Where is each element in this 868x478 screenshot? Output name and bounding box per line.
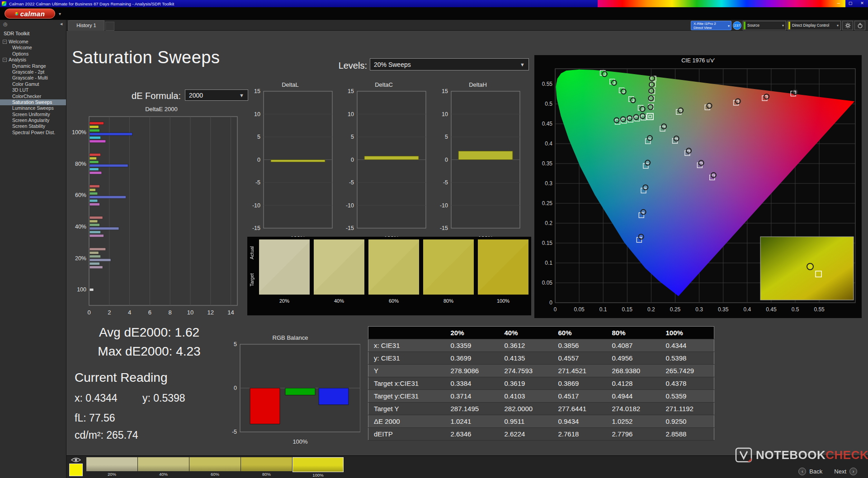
sidebar-item-label: Luminance Sweeps bbox=[12, 105, 54, 111]
levels-dropdown[interactable]: 20% Sweeps ▼ bbox=[370, 58, 529, 70]
patch-strip-100%[interactable]: 100% bbox=[292, 457, 344, 478]
svg-text:10: 10 bbox=[254, 111, 260, 117]
source-dropdown[interactable]: Source ▾ bbox=[743, 21, 786, 30]
cie-measured-magenta bbox=[711, 173, 716, 178]
cie-measured-magenta bbox=[699, 160, 704, 165]
table-cell: 0.3869 bbox=[553, 377, 607, 390]
sdr-tree: −WelcomeWelcomeOptions−AnalysisDynamic R… bbox=[0, 39, 66, 136]
cie-measured-magenta bbox=[661, 124, 666, 129]
next-arrow-icon: › bbox=[849, 468, 857, 475]
next-button[interactable]: Next › bbox=[834, 468, 857, 475]
sidebar-item-saturation-sweeps[interactable]: Saturation Sweeps bbox=[0, 99, 66, 105]
cie-measured-red bbox=[736, 98, 741, 103]
menubar: calman ▾ bbox=[0, 7, 868, 20]
close-button[interactable]: ✕ bbox=[856, 0, 868, 7]
swatch-label: 100% bbox=[478, 298, 528, 304]
sidebar: ◎ ◄ SDR Toolkit −WelcomeWelcomeOptions−A… bbox=[0, 20, 66, 478]
sidebar-item-dynamic-range[interactable]: Dynamic Range bbox=[0, 63, 66, 69]
patch-strip-40%[interactable]: 40% bbox=[138, 457, 189, 478]
table-row: Y278.9086274.7593271.4521268.9380265.742… bbox=[368, 365, 714, 377]
table-cell: 0.4557 bbox=[553, 352, 607, 365]
swatch-label: 80% bbox=[423, 298, 474, 304]
deltae-bar bbox=[90, 216, 103, 219]
cie-measured-green bbox=[602, 72, 607, 77]
table-row: Target x:CIE310.33840.36190.38690.41280.… bbox=[368, 377, 714, 390]
sidebar-item-grayscale-2pt[interactable]: Grayscale - 2pt bbox=[0, 69, 66, 75]
display-control-dropdown[interactable]: Direct Display Control ▾ bbox=[788, 21, 841, 30]
table-cell: 0.4135 bbox=[499, 352, 553, 365]
power-button[interactable] bbox=[854, 21, 865, 30]
row-label: Target y:CIE31 bbox=[368, 390, 445, 403]
sidebar-item-welcome[interactable]: Welcome bbox=[0, 45, 66, 51]
sidebar-item-label: 3D LUT bbox=[12, 87, 28, 93]
deltae-bar bbox=[90, 157, 97, 160]
sidebar-item-colorchecker[interactable]: ColorChecker bbox=[0, 94, 66, 99]
sidebar-item-screen-stability[interactable]: Screen Stability bbox=[0, 123, 66, 129]
collapse-sidebar-button[interactable]: ◄ bbox=[59, 22, 63, 27]
sidebar-item-analysis[interactable]: −Analysis bbox=[0, 57, 66, 63]
patch-strip-80%[interactable]: 80% bbox=[241, 457, 292, 478]
cie-chart-title: CIE 1976 u'v' bbox=[534, 57, 862, 64]
menu-caret-icon[interactable]: ▾ bbox=[59, 11, 61, 16]
svg-text:5: 5 bbox=[445, 134, 448, 140]
svg-text:0.45: 0.45 bbox=[766, 306, 777, 313]
minimize-button[interactable]: ─ bbox=[833, 0, 844, 7]
de-formula-dropdown[interactable]: 2000 ▼ bbox=[185, 89, 248, 101]
maximize-button[interactable]: ▢ bbox=[844, 0, 856, 7]
meter-line1: X-Rite i1Pro 2 bbox=[693, 22, 726, 26]
sidebar-item-screen-uniformity[interactable]: Screen Uniformity bbox=[0, 112, 66, 117]
reading-y: y: 0.5398 bbox=[142, 392, 185, 404]
patch-strip-60%[interactable]: 60% bbox=[189, 457, 241, 478]
workflow-icon: ◎ bbox=[3, 22, 8, 27]
sidebar-item-luminance-sweeps[interactable]: Luminance Sweeps bbox=[0, 105, 66, 111]
cie-measured-blue bbox=[647, 136, 652, 141]
svg-text:0.15: 0.15 bbox=[542, 240, 553, 246]
rgb-xlabel: 100% bbox=[240, 438, 360, 445]
svg-text:60%: 60% bbox=[75, 192, 86, 198]
patch-strip-20%[interactable]: 20% bbox=[86, 457, 137, 478]
deltae-bar bbox=[90, 266, 103, 269]
settings-button[interactable] bbox=[842, 21, 853, 30]
cie-measured-green bbox=[612, 80, 617, 85]
deltae-bar bbox=[90, 126, 99, 128]
table-cell: 0.3714 bbox=[445, 390, 499, 403]
cie-measured-yellow bbox=[649, 82, 654, 87]
tab-history-1[interactable]: History 1 bbox=[68, 20, 104, 31]
sidebar-item-welcome[interactable]: −Welcome bbox=[0, 39, 66, 45]
chevron-down-icon: ▾ bbox=[728, 24, 730, 28]
deltaC-bar bbox=[364, 156, 419, 159]
sidebar-item-screen-angularity[interactable]: Screen Angularity bbox=[0, 117, 66, 123]
tree-expander-icon[interactable]: − bbox=[3, 58, 7, 62]
patch-strip-color bbox=[241, 457, 292, 471]
svg-text:15: 15 bbox=[348, 88, 354, 94]
table-cell: 1.0252 bbox=[607, 415, 660, 428]
row-label: y: CIE31 bbox=[368, 352, 445, 365]
tree-expander-icon[interactable]: − bbox=[3, 40, 7, 44]
deltae-bar bbox=[90, 192, 98, 195]
table-cell: 0.4344 bbox=[660, 339, 714, 352]
cie-measured-blue bbox=[645, 160, 650, 165]
patch-strip-label: 20% bbox=[86, 471, 137, 477]
sidebar-item-color-gamut[interactable]: Color Gamut bbox=[0, 81, 66, 87]
reading-fl: fL: 77.56 bbox=[75, 412, 115, 424]
svg-text:-15: -15 bbox=[440, 225, 448, 231]
cie-measured-cyan bbox=[627, 116, 632, 121]
max-de-line: Max dE2000: 4.23 bbox=[70, 344, 228, 359]
sidebar-item-3d-lut[interactable]: 3D LUT bbox=[0, 87, 66, 93]
swatch-label: 60% bbox=[368, 298, 419, 304]
tab-stub[interactable] bbox=[105, 22, 114, 31]
meter-button[interactable]: X-Rite i1Pro 2 Direct View ▾ bbox=[691, 21, 731, 30]
table-cell: 0.9250 bbox=[660, 415, 714, 428]
cie-measured-blue bbox=[641, 210, 646, 215]
sidebar-item-spectral-power-dist[interactable]: Spectral Power Dist. bbox=[0, 130, 66, 136]
back-button[interactable]: ‹ Back bbox=[798, 468, 822, 475]
table-header-cell: 80% bbox=[607, 327, 660, 339]
svg-text:0: 0 bbox=[234, 385, 237, 391]
levels-value: 20% Sweeps bbox=[374, 61, 411, 68]
window-title: Calman 2022 Calman Ultimate for Business… bbox=[9, 1, 174, 6]
levels-label: Levels: bbox=[311, 61, 367, 71]
sidebar-item-options[interactable]: Options bbox=[0, 51, 66, 57]
calman-menu-button[interactable]: calman bbox=[5, 9, 55, 19]
sidebar-item-grayscale-multi[interactable]: Grayscale - Multi bbox=[0, 75, 66, 81]
tab-strip: History 1 X-Rite i1Pro 2 Direct View ▾ 2… bbox=[66, 20, 868, 31]
